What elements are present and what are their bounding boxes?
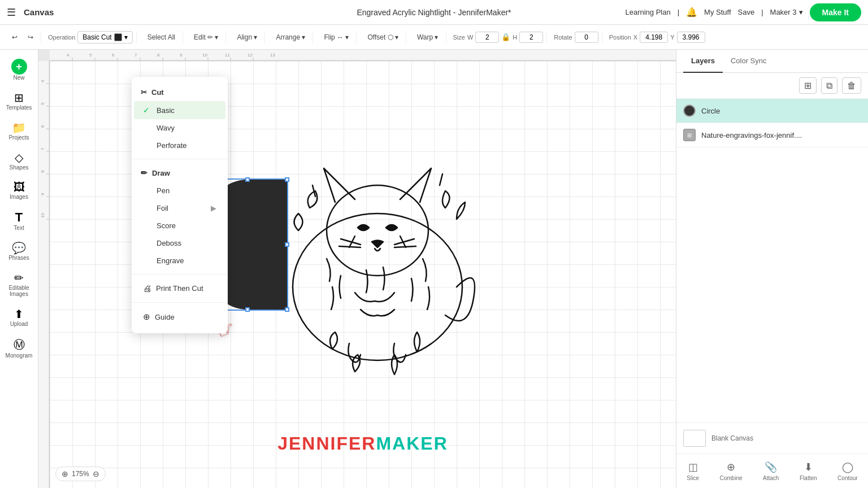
chevron-down-icon: ▾ <box>799 8 803 16</box>
right-panel: Layers Color Sync ⊞ ⧉ 🗑 Circle ⊞ Nature-… <box>676 50 868 488</box>
duplicate-button[interactable]: ⧉ <box>821 77 837 94</box>
edit-group: Edit ✏ ▾ <box>186 31 226 43</box>
canvas-area[interactable]: 4 5 6 7 8 9 10 11 12 13 4 5 <box>38 50 676 488</box>
attach-label: Attach <box>763 475 779 481</box>
menu-item-foil[interactable]: Foil ▶ <box>134 199 225 217</box>
monogram-icon: Ⓜ <box>14 337 25 352</box>
document-title: Engraved Acrylic Nightlight - JenniferMa… <box>357 8 511 17</box>
delete-button[interactable]: 🗑 <box>842 77 861 94</box>
draw-section: ✏ Draw Pen Foil ▶ Score <box>132 159 228 272</box>
svg-text:10: 10 <box>40 213 45 218</box>
operation-select[interactable]: Basic Cut ▾ <box>77 31 132 43</box>
arrange-button[interactable]: Arrange ▾ <box>272 31 309 43</box>
topbar-right: Learning Plan | 🔔 My Stuff Save | Maker … <box>625 3 861 21</box>
sidebar-item-new[interactable]: + New <box>3 54 36 85</box>
guide-icon: ⊕ <box>143 312 150 322</box>
x-input[interactable] <box>640 32 668 43</box>
svg-text:9: 9 <box>40 193 45 195</box>
offset-button[interactable]: Offset ⬡ ▾ <box>363 31 402 43</box>
watermark-teal: MAKER <box>376 433 448 454</box>
zoom-out-button[interactable]: ⊖ <box>93 469 99 478</box>
menu-item-pen[interactable]: Pen <box>134 182 225 199</box>
blank-canvas-section[interactable]: Blank Canvas <box>676 422 868 454</box>
canvas-label: Canvas <box>24 7 54 17</box>
combine-button[interactable]: ⊕ Combine <box>715 459 747 483</box>
layer-item-fox[interactable]: ⊞ Nature-engravings-fox-jennif.... <box>676 123 868 147</box>
rotate-input[interactable] <box>575 32 598 43</box>
score-label: Score <box>157 221 176 230</box>
edit-button[interactable]: Edit ✏ ▾ <box>190 31 222 43</box>
learning-plan-link[interactable]: Learning Plan <box>625 8 670 16</box>
left-sidebar: + New ⊞ Templates 📁 Projects ◇ Shapes 🖼 … <box>0 50 38 488</box>
tab-color-sync[interactable]: Color Sync <box>723 50 775 73</box>
width-input[interactable] <box>475 32 499 43</box>
sidebar-item-images[interactable]: 🖼 Images <box>3 176 36 204</box>
menu-item-wavy[interactable]: Wavy <box>134 119 225 137</box>
panel-spacer <box>676 147 868 422</box>
menu-item-score[interactable]: Score <box>134 217 225 234</box>
svg-text:5: 5 <box>89 53 92 58</box>
menu-item-engrave[interactable]: Engrave <box>134 252 225 269</box>
group-button[interactable]: ⊞ <box>799 77 817 94</box>
svg-text:8: 8 <box>40 170 45 173</box>
attach-button[interactable]: 📎 Attach <box>758 459 783 483</box>
height-input[interactable] <box>519 32 543 43</box>
bell-icon[interactable]: 🔔 <box>686 7 697 18</box>
guide-label: Guide <box>155 313 175 321</box>
select-all-group: Select All <box>140 31 183 43</box>
svg-text:11: 11 <box>225 53 230 58</box>
sidebar-item-upload[interactable]: ⬆ Upload <box>3 303 36 332</box>
my-stuff-link[interactable]: My Stuff <box>704 8 731 16</box>
y-input[interactable] <box>677 32 705 43</box>
guide-section: ⊕ Guide <box>132 302 228 329</box>
svg-text:6: 6 <box>112 53 115 58</box>
cut-icon: ✂ <box>141 88 147 97</box>
tab-layers[interactable]: Layers <box>683 50 723 73</box>
images-label: Images <box>10 194 28 200</box>
print-then-cut-label: Print Then Cut <box>156 284 203 293</box>
cut-header: ✂ Cut <box>132 84 228 101</box>
ruler-vertical: 4 5 6 7 8 9 10 <box>38 61 50 488</box>
y-label: Y <box>670 34 674 41</box>
sidebar-item-shapes[interactable]: ◇ Shapes <box>3 146 36 175</box>
sidebar-item-projects[interactable]: 📁 Projects <box>3 116 36 145</box>
redo-button[interactable]: ↪ <box>24 31 37 43</box>
undo-redo-group: ↩ ↪ <box>5 31 41 43</box>
sidebar-item-phrases[interactable]: 💬 Phrases <box>3 237 36 265</box>
select-all-button[interactable]: Select All <box>144 31 179 43</box>
menu-item-deboss[interactable]: Deboss <box>134 234 225 252</box>
maker-label: Maker 3 <box>770 8 797 16</box>
sidebar-item-editable-images[interactable]: ✏ Editable Images <box>3 267 36 302</box>
menu-item-guide[interactable]: ⊕ Guide <box>134 307 225 326</box>
menu-item-print-then-cut[interactable]: 🖨 Print Then Cut <box>134 279 225 298</box>
lock-icon[interactable]: 🔒 <box>501 33 510 41</box>
zoom-in-button[interactable]: ⊕ <box>62 469 68 478</box>
sidebar-item-text[interactable]: T Text <box>3 206 36 236</box>
pen-label: Pen <box>157 186 170 195</box>
make-it-button[interactable]: Make It <box>810 3 861 21</box>
save-button[interactable]: Save <box>738 8 755 16</box>
blank-canvas-label: Blank Canvas <box>711 434 753 442</box>
deboss-label: Deboss <box>157 239 181 247</box>
svg-text:5: 5 <box>40 102 45 105</box>
undo-button[interactable]: ↩ <box>8 31 21 43</box>
maker-select[interactable]: Maker 3 ▾ <box>770 8 803 16</box>
menu-item-perforate[interactable]: Perforate <box>134 137 225 154</box>
cut-section: ✂ Cut ✓ Basic Wavy Perforate <box>132 81 228 156</box>
warp-button[interactable]: Warp ▾ <box>413 31 442 43</box>
contour-button[interactable]: ◯ Contour <box>833 459 862 483</box>
layer-item-circle[interactable]: Circle <box>676 99 868 123</box>
flip-button[interactable]: Flip ↔ ▾ <box>320 31 353 43</box>
fox-image[interactable] <box>242 117 513 417</box>
sidebar-item-monogram[interactable]: Ⓜ Monogram <box>3 333 36 363</box>
svg-point-36 <box>327 185 428 276</box>
sidebar-item-templates[interactable]: ⊞ Templates <box>3 86 36 115</box>
zoom-controls: ⊕ 175% ⊖ <box>55 467 106 481</box>
align-button[interactable]: Align ▾ <box>233 31 261 43</box>
menu-icon[interactable]: ☰ <box>7 6 16 19</box>
ruler-horizontal: 4 5 6 7 8 9 10 11 12 13 <box>50 50 676 61</box>
slice-button[interactable]: ◫ Slice <box>682 459 704 483</box>
flatten-button[interactable]: ⬇ Flatten <box>795 459 822 483</box>
position-group: Position X Y <box>606 32 709 43</box>
menu-item-basic[interactable]: ✓ Basic <box>134 101 225 119</box>
